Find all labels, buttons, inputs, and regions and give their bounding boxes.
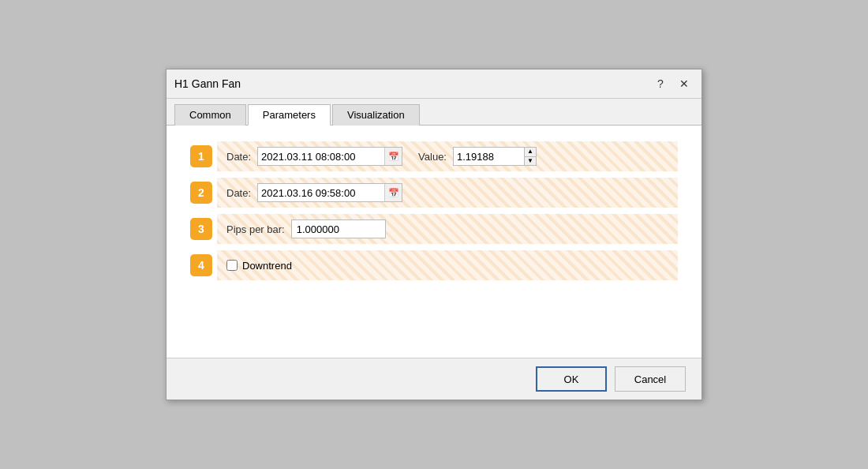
pips-label: Pips per bar: <box>226 223 285 235</box>
date-input-2[interactable] <box>258 186 384 201</box>
date-label-1: Date: <box>226 151 251 163</box>
value-section-1: Value: ▲ ▼ <box>418 147 537 166</box>
pips-input[interactable] <box>291 219 386 238</box>
param-row-4: 4 Downtrend <box>190 250 678 280</box>
param-row-3: 3 Pips per bar: <box>190 214 678 244</box>
tab-common[interactable]: Common <box>174 104 246 126</box>
dialog-title: H1 Gann Fan <box>174 77 241 90</box>
calendar-btn-1[interactable]: 📅 <box>384 148 402 165</box>
row-2-content: Date: 📅 <box>217 178 678 208</box>
title-bar: H1 Gann Fan ? ✕ <box>166 69 702 99</box>
downtrend-wrap: Downtrend <box>226 260 292 272</box>
param-row-2: 2 Date: 📅 <box>190 178 678 208</box>
downtrend-checkbox[interactable] <box>226 260 238 271</box>
badge-4: 4 <box>190 254 212 276</box>
title-bar-controls: ? ✕ <box>651 74 694 93</box>
spin-down-1[interactable]: ▼ <box>525 157 536 166</box>
spin-up-1[interactable]: ▲ <box>525 148 536 157</box>
tab-parameters[interactable]: Parameters <box>248 104 331 126</box>
value-label-1: Value: <box>418 151 447 163</box>
date-input-wrap-2: 📅 <box>257 183 402 202</box>
downtrend-label: Downtrend <box>242 260 292 272</box>
content-area: 1 Date: 📅 Value: ▲ ▼ <box>166 126 702 358</box>
tab-bar: Common Parameters Visualization <box>166 99 702 126</box>
tab-visualization[interactable]: Visualization <box>332 104 420 126</box>
row-1-content: Date: 📅 Value: ▲ ▼ <box>217 141 678 171</box>
row-4-content: Downtrend <box>217 250 678 280</box>
footer: OK Cancel <box>166 358 702 400</box>
date-input-wrap-1: 📅 <box>257 147 402 166</box>
date-label-2: Date: <box>226 187 251 199</box>
cancel-button[interactable]: Cancel <box>615 366 686 392</box>
help-button[interactable]: ? <box>651 74 670 93</box>
date-input-1[interactable] <box>258 149 384 164</box>
dialog-window: H1 Gann Fan ? ✕ Common Parameters Visual… <box>166 69 702 400</box>
calendar-btn-2[interactable]: 📅 <box>384 184 402 201</box>
value-input-1[interactable] <box>453 147 524 166</box>
ok-button[interactable]: OK <box>536 366 607 392</box>
badge-3: 3 <box>190 218 212 240</box>
spinner-buttons-1: ▲ ▼ <box>524 147 537 166</box>
spinner-wrap-1: ▲ ▼ <box>453 147 537 166</box>
row-3-content: Pips per bar: <box>217 214 678 244</box>
param-row-1: 1 Date: 📅 Value: ▲ ▼ <box>190 141 678 171</box>
badge-2: 2 <box>190 182 212 204</box>
badge-1: 1 <box>190 145 212 167</box>
close-button[interactable]: ✕ <box>675 74 694 93</box>
